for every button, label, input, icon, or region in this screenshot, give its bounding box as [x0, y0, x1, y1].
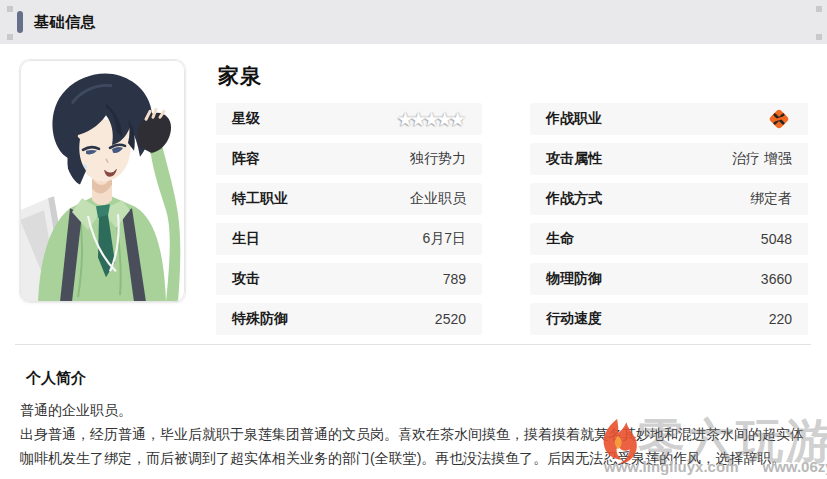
stat-label: 攻击属性: [546, 150, 602, 168]
stat-row-birthday: 生日 6月7日: [216, 223, 482, 255]
stat-label: 特殊防御: [232, 310, 288, 328]
portrait-illustration: [20, 60, 185, 302]
stat-row-combat-class: 作战职业: [530, 103, 808, 135]
stat-label: 特工职业: [232, 190, 288, 208]
stat-label: 作战方式: [546, 190, 602, 208]
stat-row-combat-style: 作战方式 绑定者: [530, 183, 808, 215]
stat-value: 789: [443, 271, 466, 287]
stat-label: 阵容: [232, 150, 260, 168]
stat-row-special-defense: 特殊防御 2520: [216, 303, 482, 335]
stat-label: 作战职业: [546, 110, 602, 128]
section-divider: [15, 344, 811, 345]
character-portrait: [20, 60, 185, 302]
stat-row-physical-defense: 物理防御 3660: [530, 263, 808, 295]
watermark-url: www.lingliuyx.com: [604, 458, 738, 475]
watermark-url: www.06zyx.com: [762, 458, 827, 475]
stat-row-star-rating: 星级 ★★★★★: [216, 103, 482, 135]
stat-label: 生命: [546, 230, 574, 248]
profile-heading: 个人简介: [26, 369, 86, 388]
stat-value: 3660: [761, 271, 792, 287]
stat-value: 220: [769, 311, 792, 327]
stat-row-hp: 生命 5048: [530, 223, 808, 255]
stat-label: 生日: [232, 230, 260, 248]
stat-value: 独行势力: [410, 150, 466, 168]
stat-row-attack-attribute: 攻击属性 治疗 增强: [530, 143, 808, 175]
selection-handle: [7, 6, 13, 12]
character-info-page: 基础信息: [0, 0, 827, 479]
stat-label: 攻击: [232, 270, 260, 288]
section-header: 基础信息: [0, 0, 827, 44]
stat-row-faction: 阵容 独行势力: [216, 143, 482, 175]
stat-value: 企业职员: [410, 190, 466, 208]
stat-value: 治疗 增强: [732, 150, 792, 168]
stat-label: 星级: [232, 110, 260, 128]
stat-row-agent-class: 特工职业 企业职员: [216, 183, 482, 215]
stat-label: 物理防御: [546, 270, 602, 288]
watermark-urls: www.lingliuyx.com www.06zyx.com: [604, 458, 827, 475]
accent-bar: [17, 11, 23, 33]
selection-handle: [816, 34, 822, 40]
stat-row-attack: 攻击 789: [216, 263, 482, 295]
class-diamond-icon: [766, 106, 792, 132]
section-title: 基础信息: [34, 13, 96, 32]
character-name: 家泉: [218, 62, 262, 90]
selection-handle: [7, 34, 13, 40]
stat-row-speed: 行动速度 220: [530, 303, 808, 335]
stat-value: 6月7日: [422, 230, 466, 248]
stat-label: 行动速度: [546, 310, 602, 328]
stat-value: 5048: [761, 231, 792, 247]
star-rating: ★★★★★: [397, 110, 466, 129]
stat-value: 绑定者: [750, 190, 792, 208]
stat-value: 2520: [435, 311, 466, 327]
selection-handle: [816, 6, 822, 12]
